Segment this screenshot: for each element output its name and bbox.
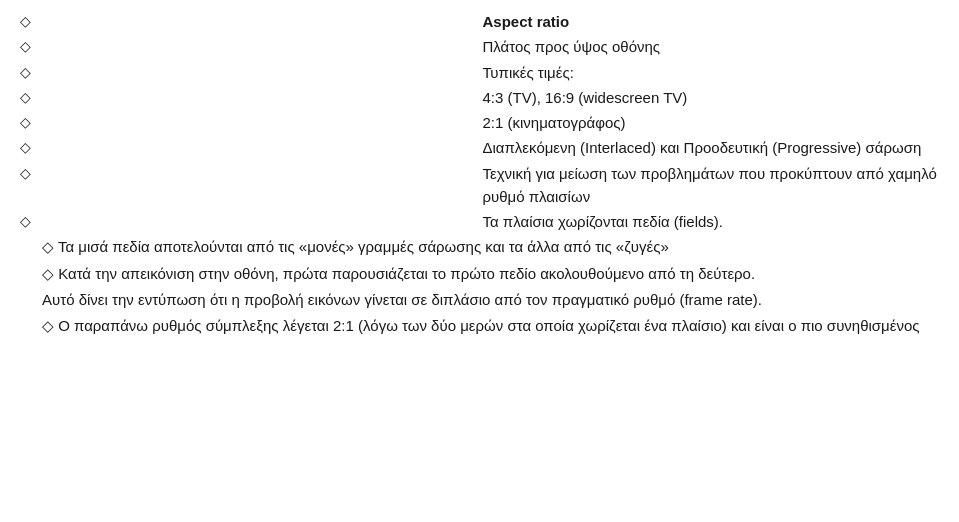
diamond-icon: ◇ bbox=[20, 163, 477, 185]
list-item: ◇ Τυπικές τιμές: bbox=[20, 61, 939, 84]
list-item: ◇ 4:3 (TV), 16:9 (widescreen TV) bbox=[20, 86, 939, 109]
paragraph-content: Τα μισά πεδία αποτελούνται από τις «μονέ… bbox=[58, 238, 669, 255]
diamond-icon: ◇ bbox=[20, 137, 477, 159]
paragraph-content: ◇ Κατά την απεικόνιση στην οθόνη, πρώτα … bbox=[42, 265, 755, 282]
list-item: ◇ Διαπλεκόμενη (Interlaced) και Προοδευτ… bbox=[20, 136, 939, 159]
paragraph-text: Αυτό δίνει την εντύπωση ότι η προβολή ει… bbox=[42, 288, 939, 311]
diamond-icon: ◇ bbox=[20, 36, 477, 58]
diamond-icon: ◇ bbox=[20, 11, 477, 33]
diamond-icon: ◇ bbox=[42, 238, 54, 255]
list-item-text: Διαπλεκόμενη (Interlaced) και Προοδευτικ… bbox=[483, 136, 940, 159]
list-item: ◇ Τεχνική για μείωση των προβλημάτων που… bbox=[20, 162, 939, 209]
paragraph-block: ◇ Τα μισά πεδία αποτελούνται από τις «μο… bbox=[20, 235, 939, 337]
list-item-text: Τα πλαίσια χωρίζονται πεδία (fields). bbox=[483, 210, 940, 233]
paragraph-text: ◇ Τα μισά πεδία αποτελούνται από τις «μο… bbox=[42, 235, 939, 258]
diamond-icon: ◇ bbox=[20, 112, 477, 134]
list-item-text: 2:1 (κινηματογράφος) bbox=[483, 111, 940, 134]
paragraph-text: ◇ Ο παραπάνω ρυθμός σύμπλεξης λέγεται 2:… bbox=[42, 314, 939, 337]
list-item-text: Πλάτος προς ύψος οθόνης bbox=[483, 35, 940, 58]
list-item: ◇ Τα πλαίσια χωρίζονται πεδία (fields). bbox=[20, 210, 939, 233]
diamond-icon: ◇ bbox=[20, 211, 477, 233]
content-area: ◇ Aspect ratio ◇ Πλάτος προς ύψος οθόνης… bbox=[20, 10, 939, 337]
list-item: ◇ Πλάτος προς ύψος οθόνης bbox=[20, 35, 939, 58]
list-item-text: Aspect ratio bbox=[483, 10, 940, 33]
diamond-icon: ◇ bbox=[20, 87, 477, 109]
paragraph-text: ◇ Κατά την απεικόνιση στην οθόνη, πρώτα … bbox=[42, 262, 939, 285]
list-item-text: Τεχνική για μείωση των προβλημάτων που π… bbox=[483, 162, 940, 209]
main-list: ◇ Aspect ratio ◇ Πλάτος προς ύψος οθόνης… bbox=[20, 10, 939, 233]
list-item-text: Τυπικές τιμές: bbox=[483, 61, 940, 84]
list-item: ◇ Aspect ratio bbox=[20, 10, 939, 33]
list-item: ◇ 2:1 (κινηματογράφος) bbox=[20, 111, 939, 134]
diamond-icon: ◇ bbox=[20, 62, 477, 84]
paragraph-content: Αυτό δίνει την εντύπωση ότι η προβολή ει… bbox=[42, 291, 762, 308]
paragraph-content: ◇ Ο παραπάνω ρυθμός σύμπλεξης λέγεται 2:… bbox=[42, 317, 920, 334]
list-item-text: 4:3 (TV), 16:9 (widescreen TV) bbox=[483, 86, 940, 109]
